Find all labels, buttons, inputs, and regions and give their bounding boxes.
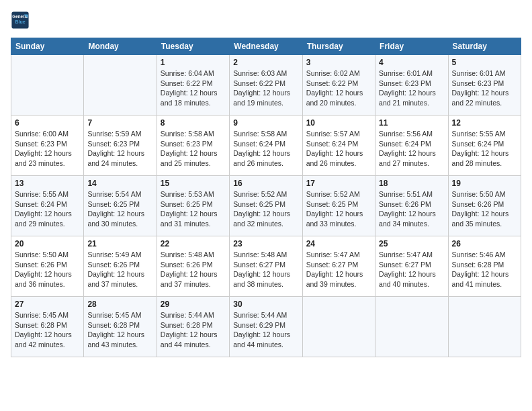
day-info: Sunrise: 5:55 AM Sunset: 6:24 PM Dayligh… bbox=[15, 189, 80, 229]
calendar-day-cell bbox=[11, 55, 84, 116]
day-info: Sunrise: 6:00 AM Sunset: 6:23 PM Dayligh… bbox=[15, 129, 80, 169]
calendar-day-cell: 29Sunrise: 5:44 AM Sunset: 6:28 PM Dayli… bbox=[157, 297, 229, 357]
weekday-header: Tuesday bbox=[157, 38, 229, 55]
calendar-header: SundayMondayTuesdayWednesdayThursdayFrid… bbox=[11, 38, 521, 55]
day-info: Sunrise: 5:50 AM Sunset: 6:26 PM Dayligh… bbox=[452, 189, 517, 229]
calendar-day-cell: 15Sunrise: 5:53 AM Sunset: 6:25 PM Dayli… bbox=[157, 176, 229, 236]
day-number: 16 bbox=[233, 179, 298, 188]
day-number: 19 bbox=[452, 179, 517, 188]
day-number: 1 bbox=[161, 58, 226, 67]
calendar-day-cell: 5Sunrise: 6:01 AM Sunset: 6:23 PM Daylig… bbox=[448, 55, 521, 116]
calendar-day-cell: 24Sunrise: 5:47 AM Sunset: 6:27 PM Dayli… bbox=[302, 236, 375, 297]
calendar-day-cell: 13Sunrise: 5:55 AM Sunset: 6:24 PM Dayli… bbox=[11, 176, 84, 236]
day-number: 8 bbox=[161, 118, 226, 128]
day-number: 17 bbox=[306, 179, 371, 188]
calendar-day-cell: 30Sunrise: 5:44 AM Sunset: 6:29 PM Dayli… bbox=[230, 297, 302, 357]
calendar-day-cell: 8Sunrise: 5:58 AM Sunset: 6:23 PM Daylig… bbox=[157, 116, 229, 176]
day-number: 22 bbox=[161, 239, 226, 248]
day-number: 13 bbox=[15, 179, 80, 188]
weekday-header: Thursday bbox=[302, 38, 375, 55]
day-info: Sunrise: 5:52 AM Sunset: 6:25 PM Dayligh… bbox=[306, 189, 371, 229]
day-info: Sunrise: 5:55 AM Sunset: 6:24 PM Dayligh… bbox=[452, 129, 517, 169]
day-info: Sunrise: 6:01 AM Sunset: 6:23 PM Dayligh… bbox=[452, 68, 517, 108]
day-info: Sunrise: 5:51 AM Sunset: 6:26 PM Dayligh… bbox=[379, 189, 444, 229]
calendar-day-cell: 6Sunrise: 6:00 AM Sunset: 6:23 PM Daylig… bbox=[11, 116, 84, 176]
calendar-week-row: 13Sunrise: 5:55 AM Sunset: 6:24 PM Dayli… bbox=[11, 176, 521, 236]
day-info: Sunrise: 6:04 AM Sunset: 6:22 PM Dayligh… bbox=[161, 68, 226, 108]
day-info: Sunrise: 6:02 AM Sunset: 6:22 PM Dayligh… bbox=[306, 68, 371, 108]
day-info: Sunrise: 5:47 AM Sunset: 6:27 PM Dayligh… bbox=[379, 250, 444, 289]
day-number: 5 bbox=[452, 58, 517, 67]
weekday-header: Monday bbox=[84, 38, 157, 55]
day-info: Sunrise: 5:48 AM Sunset: 6:26 PM Dayligh… bbox=[161, 250, 226, 289]
day-number: 3 bbox=[306, 58, 371, 67]
calendar-day-cell: 28Sunrise: 5:45 AM Sunset: 6:28 PM Dayli… bbox=[84, 297, 157, 357]
day-info: Sunrise: 5:47 AM Sunset: 6:27 PM Dayligh… bbox=[306, 250, 371, 289]
day-info: Sunrise: 5:58 AM Sunset: 6:23 PM Dayligh… bbox=[161, 129, 226, 169]
calendar-day-cell: 10Sunrise: 5:57 AM Sunset: 6:24 PM Dayli… bbox=[302, 116, 375, 176]
calendar-day-cell: 1Sunrise: 6:04 AM Sunset: 6:22 PM Daylig… bbox=[157, 55, 229, 116]
calendar-day-cell bbox=[448, 297, 521, 357]
day-info: Sunrise: 5:45 AM Sunset: 6:28 PM Dayligh… bbox=[87, 310, 152, 350]
weekday-header: Saturday bbox=[448, 38, 521, 55]
calendar-day-cell: 26Sunrise: 5:46 AM Sunset: 6:28 PM Dayli… bbox=[448, 236, 521, 297]
logo-icon: General Blue bbox=[11, 11, 30, 30]
day-info: Sunrise: 6:03 AM Sunset: 6:22 PM Dayligh… bbox=[233, 68, 298, 108]
calendar-day-cell bbox=[375, 297, 448, 357]
day-info: Sunrise: 5:50 AM Sunset: 6:26 PM Dayligh… bbox=[15, 250, 80, 289]
day-info: Sunrise: 5:52 AM Sunset: 6:25 PM Dayligh… bbox=[233, 189, 298, 229]
day-number: 25 bbox=[379, 239, 444, 248]
day-number: 29 bbox=[161, 300, 226, 309]
day-number: 11 bbox=[379, 118, 444, 128]
day-number: 21 bbox=[87, 239, 152, 248]
day-info: Sunrise: 5:54 AM Sunset: 6:25 PM Dayligh… bbox=[87, 189, 152, 229]
calendar-day-cell: 23Sunrise: 5:48 AM Sunset: 6:27 PM Dayli… bbox=[230, 236, 302, 297]
calendar-week-row: 1Sunrise: 6:04 AM Sunset: 6:22 PM Daylig… bbox=[11, 55, 521, 116]
day-number: 30 bbox=[233, 300, 298, 309]
weekday-header: Wednesday bbox=[230, 38, 302, 55]
day-number: 27 bbox=[15, 300, 80, 309]
day-number: 6 bbox=[15, 118, 80, 128]
calendar-day-cell: 22Sunrise: 5:48 AM Sunset: 6:26 PM Dayli… bbox=[157, 236, 229, 297]
day-number: 20 bbox=[15, 239, 80, 248]
calendar-day-cell: 12Sunrise: 5:55 AM Sunset: 6:24 PM Dayli… bbox=[448, 116, 521, 176]
calendar-day-cell bbox=[302, 297, 375, 357]
calendar-day-cell: 14Sunrise: 5:54 AM Sunset: 6:25 PM Dayli… bbox=[84, 176, 157, 236]
calendar-week-row: 6Sunrise: 6:00 AM Sunset: 6:23 PM Daylig… bbox=[11, 116, 521, 176]
calendar-day-cell: 11Sunrise: 5:56 AM Sunset: 6:24 PM Dayli… bbox=[375, 116, 448, 176]
day-info: Sunrise: 5:44 AM Sunset: 6:28 PM Dayligh… bbox=[161, 310, 226, 350]
day-number: 9 bbox=[233, 118, 298, 128]
calendar-day-cell: 4Sunrise: 6:01 AM Sunset: 6:23 PM Daylig… bbox=[375, 55, 448, 116]
calendar-table: SundayMondayTuesdayWednesdayThursdayFrid… bbox=[11, 38, 521, 357]
calendar-day-cell: 3Sunrise: 6:02 AM Sunset: 6:22 PM Daylig… bbox=[302, 55, 375, 116]
day-number: 18 bbox=[379, 179, 444, 188]
calendar-day-cell: 9Sunrise: 5:58 AM Sunset: 6:24 PM Daylig… bbox=[230, 116, 302, 176]
day-info: Sunrise: 5:59 AM Sunset: 6:23 PM Dayligh… bbox=[87, 129, 152, 169]
day-info: Sunrise: 5:49 AM Sunset: 6:26 PM Dayligh… bbox=[87, 250, 152, 289]
weekday-header: Sunday bbox=[11, 38, 84, 55]
calendar-day-cell: 19Sunrise: 5:50 AM Sunset: 6:26 PM Dayli… bbox=[448, 176, 521, 236]
day-number: 26 bbox=[452, 239, 517, 248]
day-info: Sunrise: 5:45 AM Sunset: 6:28 PM Dayligh… bbox=[15, 310, 80, 350]
calendar-day-cell bbox=[84, 55, 157, 116]
day-info: Sunrise: 5:56 AM Sunset: 6:24 PM Dayligh… bbox=[379, 129, 444, 169]
day-number: 4 bbox=[379, 58, 444, 67]
calendar-day-cell: 25Sunrise: 5:47 AM Sunset: 6:27 PM Dayli… bbox=[375, 236, 448, 297]
weekday-header: Friday bbox=[375, 38, 448, 55]
day-info: Sunrise: 5:53 AM Sunset: 6:25 PM Dayligh… bbox=[161, 189, 226, 229]
calendar-day-cell: 7Sunrise: 5:59 AM Sunset: 6:23 PM Daylig… bbox=[84, 116, 157, 176]
day-number: 10 bbox=[306, 118, 371, 128]
calendar-week-row: 20Sunrise: 5:50 AM Sunset: 6:26 PM Dayli… bbox=[11, 236, 521, 297]
calendar-day-cell: 2Sunrise: 6:03 AM Sunset: 6:22 PM Daylig… bbox=[230, 55, 302, 116]
day-info: Sunrise: 5:57 AM Sunset: 6:24 PM Dayligh… bbox=[306, 129, 371, 169]
calendar-day-cell: 21Sunrise: 5:49 AM Sunset: 6:26 PM Dayli… bbox=[84, 236, 157, 297]
day-info: Sunrise: 5:44 AM Sunset: 6:29 PM Dayligh… bbox=[233, 310, 298, 350]
calendar-day-cell: 18Sunrise: 5:51 AM Sunset: 6:26 PM Dayli… bbox=[375, 176, 448, 236]
page-container: General Blue SundayMondayTuesdayWednesda… bbox=[0, 0, 532, 411]
page-header: General Blue bbox=[11, 11, 521, 30]
day-info: Sunrise: 6:01 AM Sunset: 6:23 PM Dayligh… bbox=[379, 68, 444, 108]
day-number: 7 bbox=[87, 118, 152, 128]
day-number: 2 bbox=[233, 58, 298, 67]
svg-text:Blue: Blue bbox=[15, 19, 25, 24]
calendar-day-cell: 16Sunrise: 5:52 AM Sunset: 6:25 PM Dayli… bbox=[230, 176, 302, 236]
